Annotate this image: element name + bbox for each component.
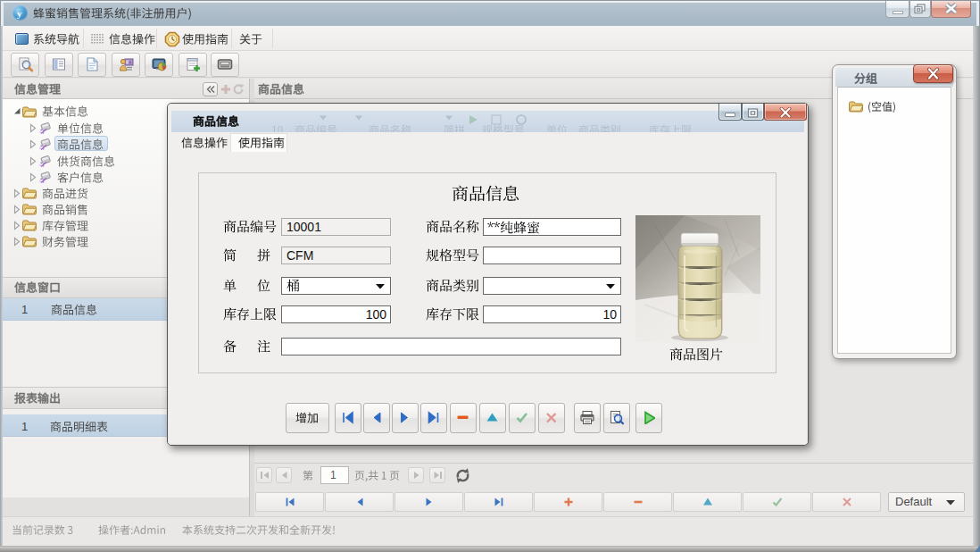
- svg-text:y: y: [17, 8, 22, 19]
